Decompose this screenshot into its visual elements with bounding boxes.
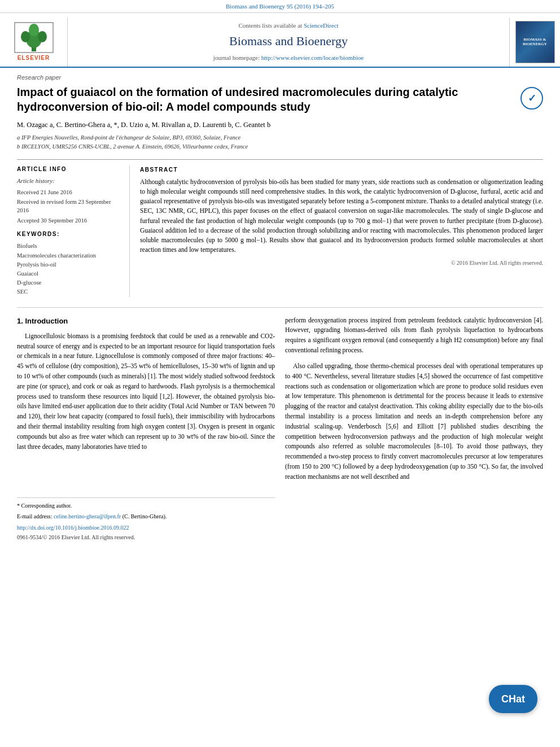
article-title: Impact of guaiacol on the formation of u… — [17, 85, 543, 114]
article-content: Research paper ✓ Impact of guaiacol on t… — [0, 68, 560, 553]
intro-para2: perform deoxygenation process inspired f… — [285, 316, 543, 356]
email-note: E-mail address: celine.bertino-ghera@ifp… — [17, 512, 275, 521]
affiliations: a IFP Energies Nouvelles, Rond-point de … — [17, 133, 543, 151]
journal-info-center: Contents lists available at ScienceDirec… — [68, 18, 509, 67]
abstract-heading: ABSTRACT — [140, 165, 543, 174]
journal-homepage: journal homepage: http://www.elsevier.co… — [213, 54, 364, 63]
article-info-heading: ARTICLE INFO — [17, 165, 121, 174]
contents-label: Contents lists available at — [238, 22, 302, 29]
copyright-line: © 2016 Elsevier Ltd. All rights reserved… — [140, 259, 543, 267]
keyword-guaiacol: Guaiacol — [17, 269, 121, 278]
elsevier-tree-icon — [14, 22, 54, 53]
homepage-label: journal homepage: — [213, 54, 260, 61]
journal-cover-block: BIOMASS &BIOENERGY — [509, 18, 560, 67]
issn-line: 0961-9534/© 2016 Elsevier Ltd. All right… — [17, 533, 275, 542]
email-link[interactable]: celine.bertino-ghera@ifpen.fr — [54, 513, 121, 519]
article-info-column: ARTICLE INFO Article history: Received 2… — [17, 165, 130, 297]
intro-para3: Also called upgrading, those thermo-chem… — [285, 361, 543, 482]
article-history-label: Article history: — [17, 177, 121, 186]
corresponding-label: * Corresponding author. — [17, 503, 72, 509]
article-info-abstract: ARTICLE INFO Article history: Received 2… — [17, 159, 543, 297]
science-direct-link[interactable]: Contents lists available at ScienceDirec… — [238, 21, 338, 30]
journal-cover-thumbnail: BIOMASS &BIOENERGY — [515, 21, 555, 63]
article-title-block: ✓ Impact of guaiacol on the formation of… — [17, 85, 543, 114]
keyword-biofuels: Biofuels — [17, 242, 121, 250]
svg-point-3 — [38, 31, 47, 42]
page-wrapper: Biomass and Bioenergy 95 (2016) 194–205 … — [0, 0, 560, 553]
crossmark-icon: ✓ — [520, 87, 543, 110]
journal-banner: Biomass and Bioenergy 95 (2016) 194–205 — [0, 0, 560, 13]
keywords-section: Keywords: Biofuels Macromolecules charac… — [17, 230, 121, 296]
email-suffix: (C. Bertino-Ghera). — [123, 513, 167, 519]
abstract-column: ABSTRACT Although catalytic hydroconvers… — [140, 165, 543, 297]
chat-button[interactable]: CHat — [489, 685, 537, 713]
affiliation-a: a IFP Energies Nouvelles, Rond-point de … — [17, 133, 543, 142]
intro-para1: Lignocellulosic biomass is a promising f… — [17, 331, 275, 452]
corresponding-note: * Corresponding author. — [17, 501, 275, 510]
email-label: E-mail address: — [17, 513, 52, 519]
science-direct-text: ScienceDirect — [304, 22, 339, 29]
elsevier-wordmark: ELSEVIER — [18, 54, 50, 63]
body-column-right: perform deoxygenation process inspired f… — [285, 316, 543, 542]
authors-line: M. Ozagac a, C. Bertino-Ghera a, *, D. U… — [17, 120, 543, 130]
keywords-heading: Keywords: — [17, 230, 121, 239]
doi-url: http://dx.doi.org/10.1016/j.biombioe.201… — [17, 525, 129, 531]
received-date: Received 21 June 2016 — [17, 188, 121, 196]
svg-point-2 — [21, 31, 30, 42]
body-column-left: 1. Introduction Lignocellulosic biomass … — [17, 316, 275, 542]
science-direct-anchor[interactable]: ScienceDirect — [304, 22, 339, 29]
crossmark-container: ✓ — [520, 87, 543, 110]
keyword-macromolecules: Macromolecules characterization — [17, 251, 121, 260]
body-section: 1. Introduction Lignocellulosic biomass … — [17, 307, 543, 542]
abstract-text: Although catalytic hydroconversion of py… — [140, 177, 543, 255]
journal-header: ELSEVIER Contents lists available at Sci… — [0, 13, 560, 68]
affiliation-b: b IRCELYON, UMR5256 CNRS-UCBL, 2 avenue … — [17, 142, 543, 151]
article-type-label: Research paper — [17, 73, 543, 82]
elsevier-logo-block: ELSEVIER — [0, 18, 68, 67]
doi-line[interactable]: http://dx.doi.org/10.1016/j.biombioe.201… — [17, 523, 275, 532]
keyword-dglucose: D-glucose — [17, 278, 121, 287]
homepage-url[interactable]: http://www.elsevier.com/locate/biombioe — [261, 54, 364, 61]
keyword-pyrolysis: Pyrolysis bio-oil — [17, 260, 121, 269]
journal-citation: Biomass and Bioenergy 95 (2016) 194–205 — [226, 3, 334, 10]
journal-cover-title: BIOMASS &BIOENERGY — [523, 37, 547, 47]
footer-divider: * Corresponding author. E-mail address: … — [17, 497, 275, 542]
accepted-date: Accepted 30 September 2016 — [17, 216, 121, 225]
intro-heading: 1. Introduction — [17, 316, 275, 327]
svg-point-4 — [29, 24, 39, 36]
authors-text: M. Ozagac a, C. Bertino-Ghera a, *, D. U… — [17, 121, 270, 129]
revised-date: Received in revised form 23 September 20… — [17, 198, 121, 215]
journal-title: Biomass and Bioenergy — [229, 32, 348, 50]
keyword-sec: SEC — [17, 287, 121, 296]
